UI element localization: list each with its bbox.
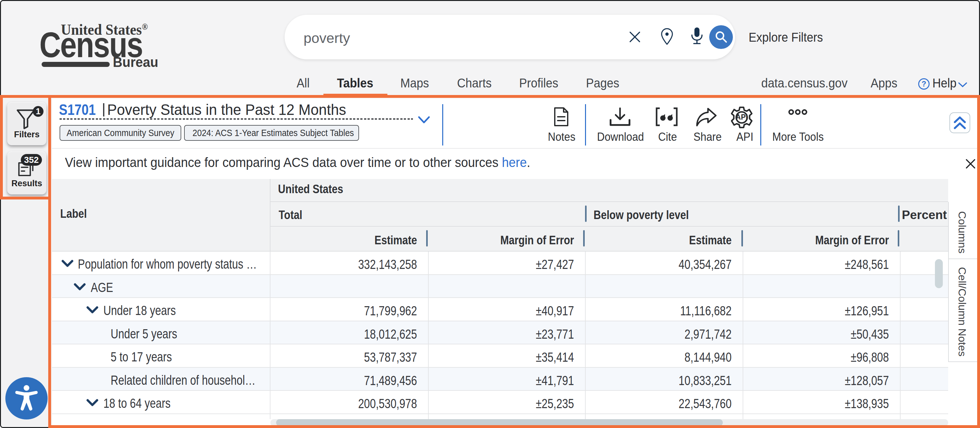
svg-text:?: ? (922, 80, 926, 88)
